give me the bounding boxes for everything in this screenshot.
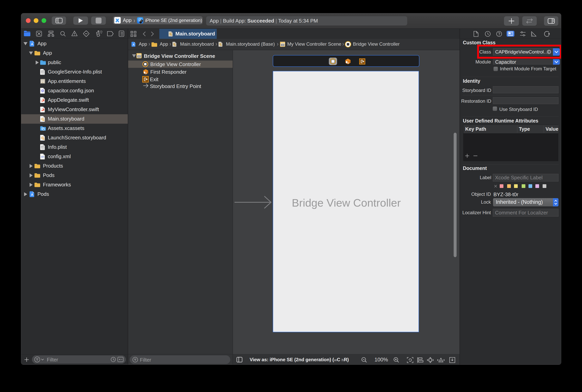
svg-text:B: B [42,90,43,92]
svg-text:PLIST: PLIST [41,73,44,74]
svg-text:</>: </> [41,156,44,158]
svg-text:1: 1 [146,72,147,74]
svg-text:PLIST: PLIST [41,148,44,150]
svg-text:1: 1 [348,62,349,64]
